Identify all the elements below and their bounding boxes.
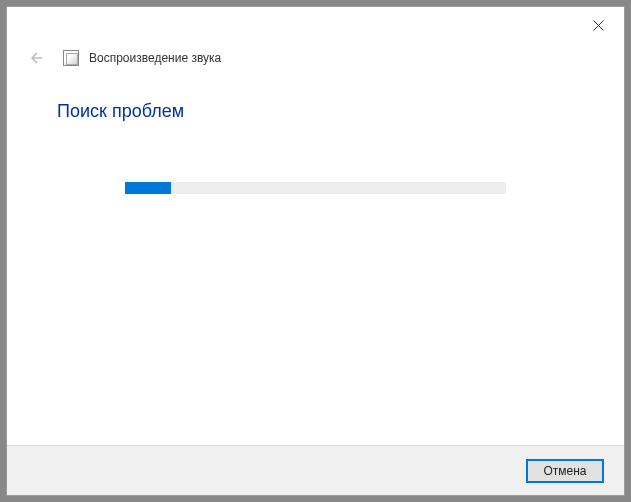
window-title: Воспроизведение звука bbox=[89, 51, 221, 65]
footer: Отмена bbox=[7, 445, 624, 495]
back-button bbox=[25, 48, 45, 68]
progress-bar bbox=[125, 182, 506, 194]
troubleshooter-window: Воспроизведение звука Поиск проблем Отме… bbox=[6, 6, 625, 496]
header-row: Воспроизведение звука bbox=[7, 43, 624, 73]
titlebar bbox=[7, 7, 624, 43]
back-arrow-icon bbox=[27, 50, 43, 66]
cancel-button[interactable]: Отмена bbox=[526, 459, 604, 483]
progress-fill bbox=[125, 182, 171, 194]
progress-container bbox=[125, 182, 506, 194]
close-button[interactable] bbox=[578, 10, 618, 40]
content-area: Поиск проблем bbox=[7, 73, 624, 445]
close-icon bbox=[593, 20, 604, 31]
page-heading: Поиск проблем bbox=[57, 101, 574, 122]
wizard-icon bbox=[63, 50, 79, 66]
